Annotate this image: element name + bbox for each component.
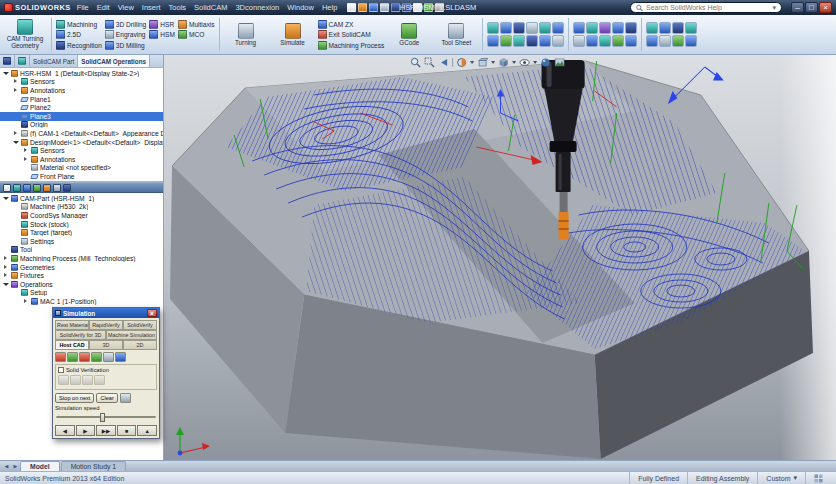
expander-icon[interactable] <box>2 195 9 202</box>
cam-toolbar-icon[interactable] <box>612 22 624 34</box>
cam-toolbar-icon[interactable] <box>672 22 684 34</box>
search-scope-chevron-icon[interactable]: ▾ <box>772 4 776 11</box>
c am-tree-item-mac1[interactable]: MAC 1 (1-Position) <box>0 297 163 306</box>
options-icon[interactable] <box>435 3 444 12</box>
cam-zx-button[interactable]: CAM ZX <box>318 19 385 29</box>
tree-item-designmodel[interactable]: DesignModel<1> <Default<<Default>_Displa… <box>0 138 163 147</box>
cam-tree-item-setup[interactable]: Setup <box>0 289 163 298</box>
tab-scroll-left-icon[interactable]: ◀ <box>2 463 11 469</box>
sim-tool-icon[interactable] <box>115 352 126 362</box>
tree-item-annotations[interactable]: Annotations <box>0 155 163 164</box>
expander-icon[interactable] <box>22 298 29 305</box>
cam-toolbar-icon[interactable] <box>552 22 564 34</box>
expander-icon[interactable] <box>12 87 19 94</box>
sim-tool-icon[interactable] <box>91 352 102 362</box>
gcode-button[interactable]: GCode <box>387 16 431 53</box>
tree-item-cam1[interactable]: (f) CAM-1 <Default<<Default>_Appearance … <box>0 129 163 138</box>
mco-button[interactable]: MCO <box>178 30 215 40</box>
cam-toolbar-icon[interactable] <box>513 35 525 47</box>
cam-manager-icon[interactable] <box>43 184 51 192</box>
cam-tree-item-machining-process[interactable]: Machining Process (Mill_Technologies) <box>0 254 163 263</box>
expander-icon[interactable] <box>2 255 9 262</box>
tab-3d[interactable]: 3D <box>89 340 123 350</box>
search-input[interactable] <box>646 4 769 11</box>
display-style-icon[interactable] <box>498 57 509 68</box>
tool-sheet-button[interactable]: Tool Sheet <box>434 16 478 53</box>
step-back-button[interactable]: ◀ <box>55 425 75 436</box>
menu-3dconnexion[interactable]: 3Dconnexion <box>235 3 279 12</box>
tab-2d[interactable]: 2D <box>123 340 157 350</box>
cam-manager-icon[interactable] <box>33 184 41 192</box>
slider-thumb[interactable] <box>100 413 105 422</box>
cam-manager-icon[interactable] <box>13 184 21 192</box>
tree-item-assembly-root[interactable]: HSR-HSM_1 (Default<Display State-2>) <box>0 69 163 78</box>
cam-toolbar-icon[interactable] <box>646 22 658 34</box>
rebuild-icon[interactable] <box>424 3 433 12</box>
cam-toolbar-icon[interactable] <box>526 22 538 34</box>
tab-propertymanager[interactable] <box>15 55 30 67</box>
cam-toolbar-icon[interactable] <box>500 22 512 34</box>
close-button[interactable]: × <box>819 2 832 13</box>
tab-solidcam-operations[interactable]: SolidCAM Operations <box>78 55 150 67</box>
tree-item-origin[interactable]: Origin <box>0 121 163 130</box>
custom-units-dropdown[interactable]: Custom▾ <box>757 472 805 484</box>
cam-toolbar-icon[interactable] <box>672 35 684 47</box>
exit-solidcam-button[interactable]: Exit SolidCAM <box>318 30 385 40</box>
tab-featuremanager[interactable] <box>0 55 15 67</box>
tree-item-sensors[interactable]: Sensors <box>0 146 163 155</box>
cam-toolbar-icon[interactable] <box>625 22 637 34</box>
2-5d-button[interactable]: 2.5D <box>56 30 102 40</box>
cam-toolbar-icon[interactable] <box>487 35 499 47</box>
cam-toolbar-icon[interactable] <box>500 35 512 47</box>
expander-icon[interactable] <box>22 147 29 154</box>
view-orientation-icon[interactable] <box>477 57 488 68</box>
cam-manager-icon[interactable] <box>53 184 61 192</box>
chevron-down-icon[interactable] <box>470 61 474 64</box>
tab-scroll-right-icon[interactable]: ▶ <box>11 463 20 469</box>
print-icon[interactable] <box>380 3 389 12</box>
undo-icon[interactable] <box>391 3 400 12</box>
help-search-box[interactable]: ▾ <box>630 2 782 13</box>
tab-solidverify[interactable]: SolidVerify <box>123 320 157 330</box>
cam-tree-item-geometries[interactable]: Geometries <box>0 263 163 272</box>
tree-item-plane2[interactable]: Plane2 <box>0 103 163 112</box>
cam-toolbar-icon[interactable] <box>599 22 611 34</box>
tree-item-material[interactable]: Material <not specified> <box>0 164 163 173</box>
cam-toolbar-icon[interactable] <box>599 35 611 47</box>
3d-milling-button[interactable]: 3D Milling <box>105 40 146 50</box>
solid-verification-checkbox[interactable]: Solid Verification <box>58 367 154 373</box>
simulation-close-icon[interactable]: × <box>147 309 157 317</box>
engraving-button[interactable]: Engraving <box>105 30 146 40</box>
cam-toolbar-icon[interactable] <box>612 35 624 47</box>
apply-scene-icon[interactable] <box>554 57 565 68</box>
zoom-area-icon[interactable] <box>424 57 435 68</box>
expander-icon[interactable] <box>22 156 29 163</box>
cam-toolbar-icon[interactable] <box>573 35 585 47</box>
maximize-button[interactable]: □ <box>805 2 818 13</box>
sim-tool-icon[interactable] <box>55 352 66 362</box>
cam-toolbar-icon[interactable] <box>539 22 551 34</box>
cam-toolbar-icon[interactable] <box>552 35 564 47</box>
cam-tree-item-settings[interactable]: Settings <box>0 237 163 246</box>
cam-tree-item-machine[interactable]: Machine (H530_2k) <box>0 203 163 212</box>
section-view-icon[interactable] <box>456 57 467 68</box>
edit-appearance-icon[interactable] <box>540 57 551 68</box>
3d-drilling-button[interactable]: 3D Drilling <box>105 19 146 29</box>
expander-icon[interactable] <box>12 139 19 146</box>
cam-toolbar-icon[interactable] <box>526 35 538 47</box>
tab-solidcam-part[interactable]: SolidCAM Part <box>30 55 78 67</box>
chevron-down-icon[interactable] <box>491 61 495 64</box>
sim-tool-icon[interactable] <box>67 352 78 362</box>
expander-icon[interactable] <box>2 281 9 288</box>
cam-toolbar-icon[interactable] <box>685 35 697 47</box>
menu-insert[interactable]: Insert <box>142 3 161 12</box>
expander-icon[interactable] <box>2 70 9 77</box>
cam-manager-icon[interactable] <box>63 184 71 192</box>
cam-toolbar-icon[interactable] <box>513 22 525 34</box>
cam-tree-item-target[interactable]: Target (target) <box>0 228 163 237</box>
menu-window[interactable]: Window <box>287 3 314 12</box>
tree-item-plane1[interactable]: Plane1 <box>0 95 163 104</box>
sim-tool-icon[interactable] <box>79 352 90 362</box>
hsm-button[interactable]: HSM <box>149 30 175 40</box>
graphics-viewport[interactable] <box>164 55 836 460</box>
